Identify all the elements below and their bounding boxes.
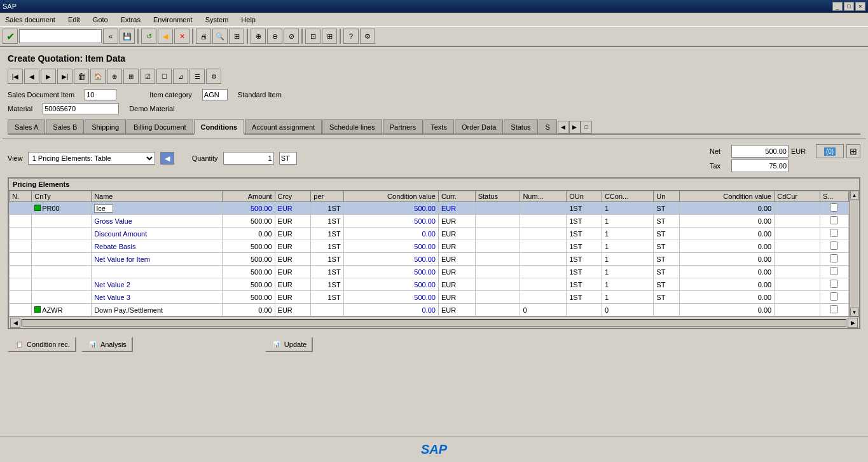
row-s-checkbox[interactable] [830,216,838,224]
extras-button[interactable]: ⊿ [173,69,188,84]
col-s-cell[interactable] [820,291,848,304]
table-vscroll[interactable]: ▲ ▼ [849,191,859,316]
col-s-cell[interactable] [820,266,848,278]
row-s-checkbox[interactable] [830,203,838,212]
next-record-button[interactable]: ▶ [41,69,56,84]
tb-btn7[interactable]: ⊕ [251,29,266,44]
green-check-button[interactable]: ✔ [3,29,18,44]
vscroll-track[interactable] [851,200,858,308]
hscroll-left-button[interactable]: ◀ [10,318,20,328]
net-icon-button[interactable]: (0) [816,144,844,158]
col-s-cell[interactable] [820,202,848,215]
view-select[interactable]: 1 Pricing Elements: Table [28,152,155,165]
col-s-cell[interactable] [820,253,848,266]
menu-edit[interactable]: Edit [65,15,83,25]
hscroll-right-button[interactable]: ▶ [848,318,858,328]
table-row[interactable]: Discount Amount0.00EUR1ST0.00EUR1ST1ST0.… [10,228,849,240]
tb-btn6[interactable]: ⊞ [229,29,244,44]
tab-expand[interactable]: □ [581,121,592,133]
col-s-cell[interactable] [820,304,848,316]
col-s-cell[interactable] [820,215,848,228]
net-value-input[interactable] [731,145,789,158]
sales-doc-item-input[interactable] [85,89,116,100]
quantity-unit-input[interactable] [279,152,297,165]
new-item-button[interactable]: ⊕ [107,69,122,84]
cancel-button[interactable]: ✕ [174,29,189,44]
detail-button[interactable]: ☰ [189,69,205,84]
vscroll-up-button[interactable]: ▲ [850,191,859,200]
tab-schedule-lines[interactable]: Schedule lines [322,119,382,133]
view-nav-button[interactable]: ◀ [160,152,174,165]
tb-btn8[interactable]: ⊖ [267,29,282,44]
update-button[interactable]: 📊 Update [265,337,313,352]
tab-billing-document[interactable]: Billing Document [127,119,193,133]
help-button[interactable]: ? [343,29,359,44]
menu-goto[interactable]: Goto [90,15,111,25]
table-row[interactable]: AZWRDown Pay./Settlement0.00EUR0.00EUR00… [10,304,849,316]
menu-system[interactable]: System [203,15,231,25]
tab-texts[interactable]: Texts [424,119,454,133]
vscroll-down-button[interactable]: ▼ [850,308,859,316]
net-detail-button[interactable]: ⊞ [846,144,860,158]
tab-s[interactable]: S [539,119,557,133]
tab-order-data[interactable]: Order Data [455,119,503,133]
close-button[interactable]: × [855,2,865,11]
home-button[interactable]: 🏠 [90,69,106,84]
tab-status[interactable]: Status [504,119,537,133]
table-row[interactable]: PR00Ice500.00EUR1ST500.00EUR1ST1ST0.00 [10,202,849,215]
delete-button[interactable]: 🗑 [74,69,89,84]
row-s-checkbox[interactable] [830,254,838,262]
quantity-input[interactable] [223,152,274,165]
row-s-checkbox[interactable] [830,267,838,275]
tab-conditions[interactable]: Conditions [194,119,244,135]
refresh-button[interactable]: ↺ [141,29,156,44]
minimize-button[interactable]: _ [832,2,843,11]
tb-btn10[interactable]: ⊡ [305,29,320,44]
settings-button[interactable]: ⚙ [206,69,221,84]
row-s-checkbox[interactable] [830,292,838,301]
table-row[interactable]: Rebate Basis500.00EUR1ST500.00EUR1ST1ST0… [10,240,849,253]
command-field[interactable] [19,29,102,43]
tb-btn11[interactable]: ⊞ [322,29,337,44]
menu-extras[interactable]: Extras [118,15,143,25]
menu-sales-document[interactable]: Sales document [3,15,58,25]
row-s-checkbox[interactable] [830,229,838,237]
prev-nav-button[interactable]: « [103,29,118,44]
material-input[interactable] [43,103,119,114]
menu-environment[interactable]: Environment [151,15,195,25]
prev-record-button[interactable]: ◀ [24,69,39,84]
print-button[interactable]: 🖨 [196,29,211,44]
hscroll-track[interactable] [22,319,846,327]
table-scroll-area[interactable]: N. CnTy Name Amount Crcy per Condition v… [9,191,849,316]
row-s-checkbox[interactable] [830,280,838,288]
maximize-button[interactable]: □ [844,2,854,11]
deselect-button[interactable]: ☐ [156,69,172,84]
tab-sales-a[interactable]: Sales A [8,119,45,133]
copy-button[interactable]: ⊞ [123,69,139,84]
table-row[interactable]: Net Value for Item500.00EUR1ST500.00EUR1… [10,253,849,266]
row-s-checkbox[interactable] [830,241,838,250]
row-s-checkbox[interactable] [830,305,838,313]
col-s-cell[interactable] [820,278,848,291]
save-button[interactable]: 💾 [120,29,135,44]
tax-value-input[interactable] [731,160,789,172]
find-button[interactable]: 🔍 [212,29,228,44]
table-row[interactable]: Gross Value500.00EUR1ST500.00EUR1ST1ST0.… [10,215,849,228]
col-s-cell[interactable] [820,228,848,240]
analysis-button[interactable]: 📊 Analysis [81,337,133,352]
tb-btn9[interactable]: ⊘ [284,29,299,44]
tab-partners[interactable]: Partners [383,119,424,133]
tab-account-assignment[interactable]: Account assignment [245,119,322,133]
last-record-button[interactable]: ▶| [57,69,72,84]
tab-shipping[interactable]: Shipping [85,119,126,133]
customizing-button[interactable]: ⚙ [360,29,375,44]
title-bar-buttons[interactable]: _ □ × [832,2,865,11]
first-record-button[interactable]: |◀ [8,69,23,84]
col-s-cell[interactable] [820,240,848,253]
menu-help[interactable]: Help [238,15,258,25]
condition-rec-button[interactable]: 📋 Condition rec. [8,337,76,352]
tab-scroll-right[interactable]: ▶ [569,121,581,133]
table-row[interactable]: Net Value 3500.00EUR1ST500.00EUR1ST1ST0.… [10,291,849,304]
item-category-code-input[interactable] [202,89,228,100]
table-row[interactable]: 500.00EUR1ST500.00EUR1ST1ST0.00 [10,266,849,278]
